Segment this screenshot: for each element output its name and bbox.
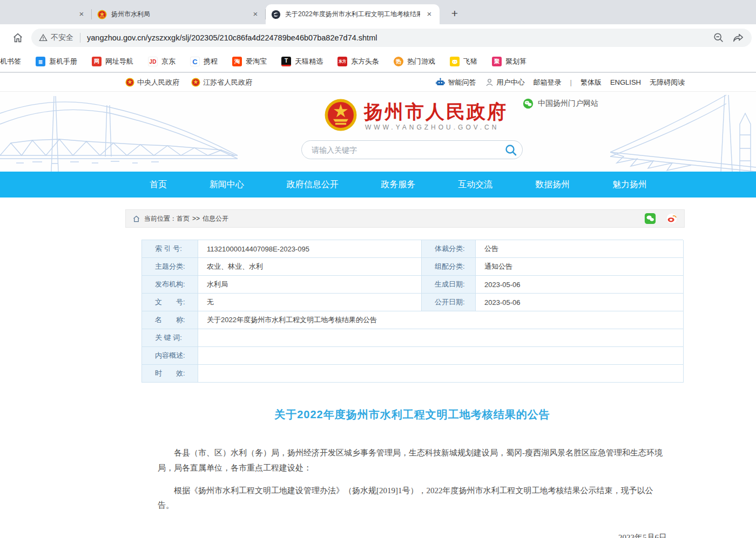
bookmark-label: 机书签 <box>0 57 21 66</box>
meta-value: 2023-05-06 <box>476 294 684 311</box>
article-paragraph: 各县（市、区）水利（务）局，扬州经济开发区城乡事务管理局，生态科技新城规划建设局… <box>158 446 667 476</box>
topbar-divider: | <box>570 78 572 86</box>
nav-charm[interactable]: 魅力扬州 <box>612 179 647 190</box>
tab-close-icon[interactable]: × <box>77 10 86 19</box>
bookmark-item[interactable]: 飞猪 <box>450 57 477 66</box>
accessibility-link[interactable]: 无障碍阅读 <box>650 78 685 87</box>
meta-value: 水利局 <box>198 276 422 294</box>
link-label: 江苏省人民政府 <box>203 78 252 87</box>
meta-label: 组配分类: <box>422 258 476 276</box>
meta-value: 关于2022年度扬州市水利工程文明工地考核结果的公告 <box>198 311 684 329</box>
article-paragraph: 根据《扬州市水利工程文明工地建设管理办法》（扬水规[2019]1号），2022年… <box>158 483 667 514</box>
bookmark-label: 爱淘宝 <box>246 57 267 66</box>
breadcrumb-home-link[interactable]: 首页 <box>177 214 190 223</box>
meta-label: 文 号: <box>142 294 198 311</box>
meta-value: 2023-05-06 <box>476 276 684 294</box>
bookmark-item[interactable]: 网 网址导航 <box>92 57 133 66</box>
browser-tab-strip: × 扬州市水利局 × 关于2022年度扬州市水利工程文明工地考核结果的公告 × … <box>0 0 756 24</box>
article: 关于2022年度扬州市水利工程文明工地考核结果的公告 各县（市、区）水利（务）局… <box>141 407 683 538</box>
bookmark-label: 聚划算 <box>505 57 526 66</box>
bookmark-item[interactable]: 东方 东方头条 <box>338 57 379 66</box>
browser-tab-cutoff[interactable]: × <box>0 4 92 24</box>
security-chip[interactable]: 不安全 <box>39 33 80 43</box>
bookmark-label: 飞猪 <box>463 57 477 66</box>
wechat-share-icon[interactable] <box>644 213 656 224</box>
security-label: 不安全 <box>51 33 73 43</box>
tab-close-icon[interactable]: × <box>424 10 434 19</box>
bookmark-label: 东方头条 <box>351 57 379 66</box>
site-favicon <box>271 10 281 19</box>
weibo-share-icon[interactable] <box>666 213 678 224</box>
fliggy-pig-icon <box>450 57 460 66</box>
url-text: yangzhou.gov.cn/yzszxxgk/slj/202305/210c… <box>87 33 705 42</box>
ctrip-icon: C <box>190 57 200 66</box>
user-center-link[interactable]: 用户中心 <box>485 78 525 87</box>
meta-label: 体裁分类: <box>422 240 476 258</box>
bookmark-item[interactable]: ≣ 新机手册 <box>36 57 77 66</box>
meta-value: 无 <box>198 294 422 311</box>
main-nav: 首页 新闻中心 政府信息公开 政务服务 互动交流 数据扬州 魅力扬州 <box>0 172 756 198</box>
bookmark-label: 京东 <box>161 57 176 66</box>
bookmark-item[interactable]: 淘 爱淘宝 <box>232 57 267 66</box>
smart-qa-link[interactable]: 智能问答 <box>435 77 476 87</box>
browser-tab-slj[interactable]: 扬州市水利局 × <box>92 4 266 24</box>
meta-value: 农业、林业、水利 <box>198 258 422 276</box>
wechat-icon <box>523 98 534 109</box>
mail-login-link[interactable]: 邮箱登录 <box>534 78 562 87</box>
search-button[interactable] <box>503 142 519 158</box>
home-button[interactable] <box>9 29 27 47</box>
bookmark-item[interactable]: 机书签 <box>0 57 21 66</box>
search-bar[interactable] <box>301 140 523 159</box>
bookmarks-bar: 机书签 ≣ 新机手册 网 网址导航 JD 京东 C 携程 淘 爱淘宝 T 天猫精… <box>0 51 756 73</box>
site-url-caption: WWW.YANGZHOU.GOV.CN <box>365 124 508 131</box>
meta-label: 时 效: <box>142 365 198 383</box>
breadcrumb-current-link[interactable]: 信息公开 <box>202 214 228 223</box>
breadcrumb: 当前位置： 首页 >> 信息公开 <box>125 209 685 228</box>
new-tab-button[interactable]: + <box>447 6 462 22</box>
meta-label: 名 称: <box>142 311 198 329</box>
bookmark-item[interactable]: C 携程 <box>190 57 218 66</box>
link-jiangsu-gov[interactable]: 江苏省人民政府 <box>191 78 252 87</box>
tab-close-icon[interactable]: × <box>251 10 260 19</box>
meta-value <box>198 365 684 383</box>
bookmark-label: 热门游戏 <box>407 57 435 66</box>
bookmark-item[interactable]: 热 热门游戏 <box>394 57 435 66</box>
zoom-out-icon[interactable] <box>713 32 725 44</box>
nav-home[interactable]: 首页 <box>150 179 167 190</box>
link-central-gov[interactable]: 中央人民政府 <box>125 78 179 87</box>
search-icon <box>504 144 517 156</box>
bookmark-label: 新机手册 <box>49 57 77 66</box>
browser-toolbar: 不安全 yangzhou.gov.cn/yzszxxgk/slj/202305/… <box>0 24 756 51</box>
traditional-link[interactable]: 繁体版 <box>580 78 602 87</box>
home-icon <box>12 32 24 44</box>
bookmark-item[interactable]: JD 京东 <box>148 57 176 66</box>
portal-label: 中国扬州门户网站 <box>538 99 598 108</box>
gov-emblem-icon <box>125 78 134 87</box>
site-logo[interactable]: 扬州市人民政府 WWW.YANGZHOU.GOV.CN <box>324 98 508 132</box>
robot-icon <box>435 77 446 87</box>
nav-services[interactable]: 政务服务 <box>381 179 415 190</box>
meta-value: 公告 <box>476 240 684 258</box>
bookmark-item[interactable]: 聚 聚划算 <box>492 57 526 66</box>
national-emblem-icon <box>324 98 357 132</box>
portal-tag[interactable]: 中国扬州门户网站 <box>523 98 598 109</box>
url-bar[interactable]: 不安全 yangzhou.gov.cn/yzszxxgk/slj/202305/… <box>31 29 752 47</box>
share-icon[interactable] <box>732 32 744 44</box>
nav-data[interactable]: 数据扬州 <box>535 179 570 190</box>
search-input[interactable] <box>312 146 503 154</box>
bridge-artwork-right <box>610 92 756 172</box>
site-title: 扬州市人民政府 <box>364 103 508 121</box>
browser-tab-active[interactable]: 关于2022年度扬州市水利工程文明工地考核结果的公告 × <box>266 4 440 24</box>
tab-title: 扬州市水利局 <box>111 10 246 19</box>
bookmark-item[interactable]: T 天猫精选 <box>281 57 323 66</box>
link-label: 中央人民政府 <box>137 78 179 87</box>
taobao-icon: 淘 <box>232 57 242 66</box>
nav-info-disclosure[interactable]: 政府信息公开 <box>287 179 339 190</box>
english-link[interactable]: ENGLISH <box>610 78 641 86</box>
link-label: 智能问答 <box>448 78 476 87</box>
nav-interaction[interactable]: 互动交流 <box>458 179 492 190</box>
tab-title: 关于2022年度扬州市水利工程文明工地考核结果的公告 <box>285 10 420 19</box>
nav-news[interactable]: 新闻中心 <box>210 179 244 190</box>
content-area: 当前位置： 首页 >> 信息公开 索 引 号: 1132100001440709… <box>125 209 685 538</box>
meta-label: 内容概述: <box>142 347 198 365</box>
